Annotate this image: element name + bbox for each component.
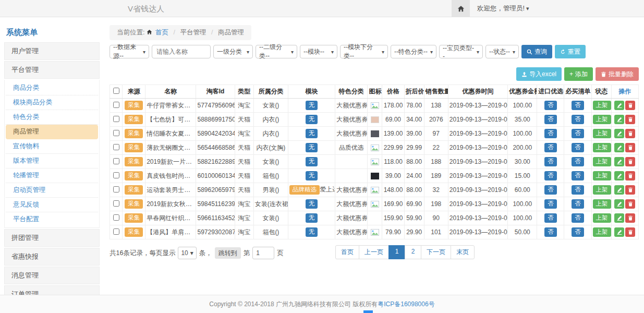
edit-button[interactable] bbox=[614, 129, 624, 138]
delete-button[interactable] bbox=[625, 213, 635, 223]
delete-button[interactable] bbox=[625, 143, 635, 152]
reset-button[interactable]: 重置 bbox=[555, 45, 586, 58]
row-checkbox[interactable] bbox=[113, 172, 119, 178]
import-toggle[interactable]: 否 bbox=[544, 213, 557, 223]
status-toggle[interactable]: 上架 bbox=[593, 115, 611, 124]
must-buy-toggle[interactable]: 否 bbox=[572, 171, 584, 180]
page-2-button[interactable]: 2 bbox=[405, 245, 421, 259]
edit-button[interactable] bbox=[614, 101, 624, 110]
module-subcategory-select[interactable]: --模块下分类--▾ bbox=[340, 45, 388, 58]
status-toggle[interactable]: 上架 bbox=[593, 157, 611, 166]
status-toggle[interactable]: 上架 bbox=[593, 185, 611, 195]
import-toggle[interactable]: 否 bbox=[544, 171, 557, 180]
status-toggle[interactable]: 上架 bbox=[593, 199, 611, 209]
delete-button[interactable] bbox=[625, 157, 635, 166]
must-buy-toggle[interactable]: 否 bbox=[572, 101, 584, 110]
jump-page-input[interactable] bbox=[252, 247, 274, 259]
sidebar-item-order-mgmt[interactable]: 订单管理 bbox=[4, 285, 100, 295]
status-toggle[interactable]: 上架 bbox=[593, 129, 611, 138]
edit-button[interactable] bbox=[614, 115, 624, 124]
sidebar-item-promo-material[interactable]: 宣传物料 bbox=[6, 139, 98, 154]
sidebar-item-platform-config[interactable]: 平台配置 bbox=[6, 212, 98, 226]
sidebar-item-user-mgmt[interactable]: 用户管理 bbox=[4, 42, 100, 60]
import-toggle[interactable]: 否 bbox=[544, 143, 557, 152]
module-select[interactable]: --模块--▾ bbox=[300, 45, 337, 58]
row-checkbox[interactable] bbox=[113, 200, 119, 207]
must-buy-toggle[interactable]: 否 bbox=[572, 227, 584, 237]
import-toggle[interactable]: 否 bbox=[544, 227, 557, 237]
page-first-button[interactable]: 首页 bbox=[335, 245, 359, 259]
row-checkbox[interactable] bbox=[113, 158, 119, 164]
sidebar-item-feedback[interactable]: 意见反馈 bbox=[6, 198, 98, 212]
import-toggle[interactable]: 否 bbox=[544, 157, 557, 166]
row-checkbox[interactable] bbox=[113, 186, 119, 192]
sidebar-item-special-category[interactable]: 特色分类 bbox=[6, 110, 98, 125]
row-checkbox[interactable] bbox=[113, 214, 119, 221]
import-toggle[interactable]: 否 bbox=[544, 115, 557, 124]
status-select[interactable]: --状态--▾ bbox=[485, 45, 519, 58]
item-type-select[interactable]: --宝贝类型--▾ bbox=[439, 45, 483, 58]
must-buy-toggle[interactable]: 否 bbox=[572, 129, 584, 138]
sidebar-item-goods-category[interactable]: 商品分类 bbox=[6, 81, 98, 95]
import-excel-button[interactable]: 导入excel bbox=[516, 67, 562, 81]
import-toggle[interactable]: 否 bbox=[544, 101, 557, 110]
page-1-button[interactable]: 1 bbox=[388, 245, 405, 259]
home-button[interactable] bbox=[452, 0, 470, 17]
delete-button[interactable] bbox=[625, 115, 635, 124]
sidebar-item-carousel-mgmt[interactable]: 轮播管理 bbox=[6, 168, 98, 183]
delete-button[interactable] bbox=[625, 171, 635, 180]
row-checkbox[interactable] bbox=[113, 102, 119, 108]
import-toggle[interactable]: 否 bbox=[544, 199, 557, 209]
per-page-select[interactable]: 10▾ bbox=[178, 247, 196, 259]
page-last-button[interactable]: 末页 bbox=[451, 245, 475, 259]
import-toggle[interactable]: 否 bbox=[544, 129, 557, 138]
name-search-input[interactable] bbox=[152, 45, 211, 58]
edit-button[interactable] bbox=[614, 213, 624, 223]
level1-category-select[interactable]: 一级分类▾ bbox=[213, 45, 253, 58]
breadcrumb-home-link[interactable]: 首页 bbox=[155, 29, 168, 36]
icp-link[interactable]: 粤ICP备16098006号 bbox=[378, 300, 434, 308]
status-toggle[interactable]: 上架 bbox=[593, 171, 611, 180]
data-source-select[interactable]: --数据来源--▾ bbox=[110, 45, 149, 58]
row-checkbox[interactable] bbox=[113, 228, 119, 235]
sidebar-item-message-mgmt[interactable]: 消息管理 bbox=[4, 267, 100, 284]
select-all-checkbox[interactable] bbox=[113, 88, 119, 94]
row-checkbox[interactable] bbox=[113, 144, 119, 150]
edit-button[interactable] bbox=[614, 185, 624, 195]
status-toggle[interactable]: 上架 bbox=[593, 143, 611, 152]
delete-button[interactable] bbox=[625, 101, 635, 110]
delete-button[interactable] bbox=[625, 185, 635, 195]
status-toggle[interactable]: 上架 bbox=[593, 101, 611, 110]
edit-button[interactable] bbox=[614, 171, 624, 180]
delete-button[interactable] bbox=[625, 129, 635, 138]
user-menu[interactable]: 欢迎您，管理员!▾ bbox=[477, 4, 529, 13]
page-prev-button[interactable]: 上一页 bbox=[359, 245, 389, 259]
special-category-select[interactable]: --特色分类--▾ bbox=[391, 45, 436, 58]
sidebar-item-splash-mgmt[interactable]: 启动页管理 bbox=[6, 183, 98, 198]
sidebar-item-goods-mgmt-active[interactable]: 商品管理 bbox=[6, 125, 98, 139]
status-toggle[interactable]: 上架 bbox=[593, 213, 611, 223]
edit-button[interactable] bbox=[614, 199, 624, 209]
delete-button[interactable] bbox=[625, 227, 635, 237]
must-buy-toggle[interactable]: 否 bbox=[572, 199, 584, 209]
status-toggle[interactable]: 上架 bbox=[593, 227, 611, 237]
add-button[interactable]: +添加 bbox=[564, 67, 593, 81]
must-buy-toggle[interactable]: 否 bbox=[572, 143, 584, 152]
query-button[interactable]: 查询 bbox=[521, 45, 552, 58]
sidebar-item-express-news[interactable]: 省惠快报 bbox=[4, 248, 100, 266]
row-checkbox[interactable] bbox=[113, 130, 119, 136]
must-buy-toggle[interactable]: 否 bbox=[572, 185, 584, 195]
row-checkbox[interactable] bbox=[113, 116, 119, 122]
must-buy-toggle[interactable]: 否 bbox=[572, 157, 584, 166]
delete-button[interactable] bbox=[625, 199, 635, 209]
level2-category-select[interactable]: --二级分类--▾ bbox=[256, 45, 297, 58]
sidebar-item-version-mgmt[interactable]: 版本管理 bbox=[6, 154, 98, 168]
must-buy-toggle[interactable]: 否 bbox=[572, 115, 584, 124]
page-next-button[interactable]: 下一页 bbox=[421, 245, 451, 259]
jump-button[interactable]: 跳转到 bbox=[215, 247, 241, 259]
must-buy-toggle[interactable]: 否 bbox=[572, 213, 584, 223]
import-toggle[interactable]: 否 bbox=[544, 185, 557, 195]
sidebar-item-module-goods-category[interactable]: 模块商品分类 bbox=[6, 95, 98, 110]
edit-button[interactable] bbox=[614, 157, 624, 166]
batch-delete-button[interactable]: 批量删除 bbox=[596, 67, 639, 81]
